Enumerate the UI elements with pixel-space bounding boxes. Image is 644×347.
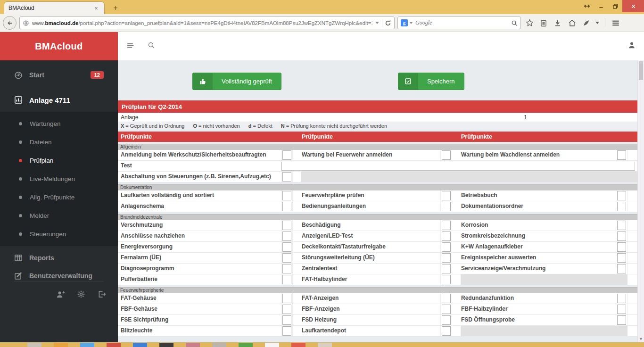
- logout-icon[interactable]: [97, 289, 107, 299]
- check-input[interactable]: [442, 294, 451, 303]
- check-input[interactable]: [282, 202, 291, 211]
- taskbar-app-icon[interactable]: [80, 343, 94, 347]
- taskbar-app-icon[interactable]: [291, 343, 305, 347]
- windows-taskbar[interactable]: [0, 342, 644, 347]
- bookmarks-menu-icon[interactable]: [538, 17, 549, 29]
- check-input[interactable]: [282, 172, 291, 182]
- addon-dropdown-icon[interactable]: [595, 22, 599, 24]
- topbar-search-icon[interactable]: [148, 41, 155, 51]
- sidebar-item-benutzerverwaltung[interactable]: Benutzerverwaltung: [0, 267, 118, 285]
- downloads-icon[interactable]: [552, 17, 563, 29]
- search-engine-dropdown-icon[interactable]: [410, 22, 413, 24]
- sidebar-item-start[interactable]: Start12: [0, 66, 118, 84]
- check-input[interactable]: [442, 231, 451, 241]
- sidebar-item-wartungen[interactable]: Wartungen: [0, 115, 118, 133]
- url-bar[interactable]: www.bmacloud.de/portal.php?action=anlage…: [19, 17, 395, 29]
- check-input[interactable]: [617, 202, 626, 211]
- search-input[interactable]: [415, 19, 511, 26]
- home-icon[interactable]: [566, 17, 578, 29]
- check-input[interactable]: [442, 202, 451, 211]
- close-button[interactable]: [622, 0, 644, 12]
- search-bar[interactable]: g: [397, 17, 521, 29]
- check-input[interactable]: [282, 231, 291, 241]
- check-input[interactable]: [442, 275, 451, 284]
- tab-close-icon[interactable]: ×: [92, 5, 100, 12]
- menu-hamburger-icon[interactable]: [610, 17, 621, 29]
- taskbar-app-icon[interactable]: [133, 343, 147, 347]
- save-button[interactable]: Speichern: [398, 73, 464, 90]
- check-input[interactable]: [282, 294, 291, 303]
- sidebar-item-anlage-4711[interactable]: Anlage 4711: [0, 91, 118, 109]
- check-input[interactable]: [442, 221, 451, 230]
- check-input[interactable]: [282, 221, 291, 230]
- check-input[interactable]: [282, 305, 291, 314]
- page-scrollbar[interactable]: ▼: [637, 60, 644, 342]
- check-input[interactable]: [617, 253, 626, 263]
- bookmark-star-icon[interactable]: [524, 17, 535, 29]
- url-dropdown-icon[interactable]: [375, 22, 379, 24]
- brand-logo[interactable]: BMAcloud: [0, 32, 118, 60]
- check-input[interactable]: [442, 305, 451, 314]
- check-input[interactable]: [442, 150, 451, 160]
- check-input[interactable]: [617, 231, 626, 241]
- check-input[interactable]: [282, 326, 291, 336]
- back-button[interactable]: [3, 16, 17, 30]
- sidebar-item-reports[interactable]: Reports: [0, 249, 118, 267]
- check-input[interactable]: [282, 264, 291, 273]
- tab-title: BMAcloud: [8, 5, 92, 11]
- check-input[interactable]: [442, 326, 451, 336]
- browser-tab[interactable]: BMAcloud ×: [4, 1, 105, 14]
- minimize-button[interactable]: [594, 0, 608, 12]
- addon-icon[interactable]: [580, 17, 592, 29]
- check-input[interactable]: [282, 253, 291, 263]
- check-input[interactable]: [617, 315, 626, 325]
- check-input[interactable]: [442, 242, 451, 252]
- app-topbar: [118, 32, 644, 60]
- check-input[interactable]: [617, 305, 626, 314]
- check-input[interactable]: [282, 242, 291, 252]
- taskbar-app-icon[interactable]: [212, 343, 226, 347]
- window-move-icon[interactable]: [580, 0, 594, 12]
- taskbar-app-icon[interactable]: [318, 343, 332, 347]
- check-input[interactable]: [617, 221, 626, 230]
- check-input[interactable]: [617, 294, 626, 303]
- check-input[interactable]: [282, 150, 291, 160]
- sidebar-item-pruefplan[interactable]: Prüfplan: [0, 151, 118, 170]
- sidebar-toggle-icon[interactable]: [126, 41, 134, 51]
- sidebar-item-allg-pruefpunkte[interactable]: Allg. Prüfpunkte: [0, 188, 118, 207]
- user-avatar-icon[interactable]: [628, 41, 636, 51]
- check-input[interactable]: [282, 275, 291, 284]
- check-input[interactable]: [617, 191, 626, 200]
- taskbar-app-icon[interactable]: [27, 343, 41, 347]
- taskbar-app-icon[interactable]: [107, 343, 121, 347]
- scrollbar-down-arrow[interactable]: ▼: [638, 337, 644, 341]
- fully-checked-button[interactable]: Vollständig geprüft: [192, 73, 281, 90]
- check-input[interactable]: [282, 191, 291, 200]
- new-tab-button[interactable]: +: [109, 3, 122, 13]
- check-input[interactable]: [442, 191, 451, 200]
- sidebar-item-dateien[interactable]: Dateien: [0, 133, 118, 151]
- scrollbar-thumb[interactable]: [639, 61, 643, 80]
- check-input[interactable]: [442, 315, 451, 325]
- reload-icon[interactable]: [385, 20, 391, 26]
- check-input[interactable]: [282, 315, 291, 325]
- check-input[interactable]: [617, 264, 626, 273]
- check-input[interactable]: [442, 264, 451, 273]
- check-cell: [281, 150, 293, 160]
- taskbar-app-icon[interactable]: [159, 343, 173, 347]
- taskbar-app-icon[interactable]: [54, 343, 68, 347]
- check-input[interactable]: [442, 253, 451, 263]
- check-input[interactable]: [617, 150, 626, 160]
- taskbar-app-icon[interactable]: [186, 343, 200, 347]
- add-user-icon[interactable]: [56, 289, 65, 299]
- search-magnifier-icon[interactable]: [511, 20, 518, 26]
- taskbar-app-icon[interactable]: [265, 343, 279, 347]
- sidebar-item-melder[interactable]: Melder: [0, 207, 118, 225]
- settings-icon[interactable]: [76, 289, 86, 299]
- sidebar-item-live-meldungen[interactable]: Live-Meldungen: [0, 170, 118, 188]
- taskbar-app-icon[interactable]: [239, 343, 253, 347]
- text-input[interactable]: [281, 162, 635, 171]
- restore-button[interactable]: [608, 0, 622, 12]
- sidebar-item-steuerungen[interactable]: Steuerungen: [0, 225, 118, 243]
- check-input[interactable]: [617, 242, 626, 252]
